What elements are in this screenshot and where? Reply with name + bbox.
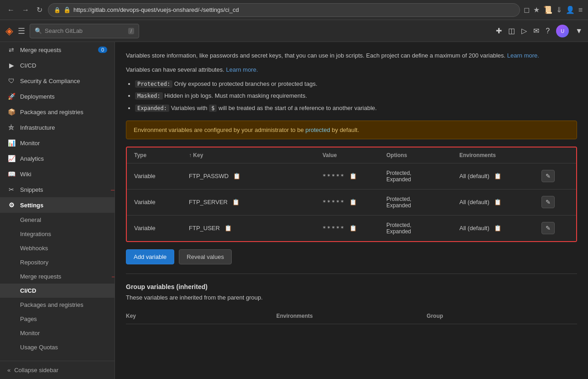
padlock-icon: 🔒 — [63, 6, 71, 13]
row3-copy-env-btn[interactable]: 📋 — [492, 224, 503, 232]
row3-options: Protected,Expanded — [386, 222, 459, 235]
menu-icon[interactable]: ≡ — [578, 6, 583, 14]
sidebar-item-analytics[interactable]: 📈 Analytics — [0, 151, 114, 166]
sub-label: General — [20, 216, 41, 223]
sidebar-item-security[interactable]: 🛡 Security & Compliance — [0, 73, 114, 89]
avatar-dropdown-icon[interactable]: ▼ — [575, 27, 583, 35]
sidebar-sub-packages[interactable]: Packages and registries — [0, 298, 114, 312]
sidebar-sub-integrations[interactable]: Integrations — [0, 227, 114, 241]
sidebar-item-cicd[interactable]: ▶ CI/CD — [0, 58, 114, 73]
variables-table: Type ↑ Key Value Options Environments Va… — [126, 147, 577, 242]
avatar[interactable]: U — [556, 25, 569, 37]
arrow-annotation-1: → — [109, 184, 115, 195]
learn-more-link-1[interactable]: Learn more. — [507, 52, 539, 59]
row2-options: Protected,Expanded — [386, 196, 459, 209]
url-text: https://gitlab.com/devops-quest/vuejs-on… — [73, 6, 239, 13]
address-bar[interactable]: 🔒 🔒 https://gitlab.com/devops-quest/vuej… — [48, 3, 520, 17]
row3-copy-value-btn[interactable]: 📋 — [348, 224, 359, 232]
bullet-protected: Protected: Only exposed to protected bra… — [135, 79, 577, 89]
row1-copy-env-btn[interactable]: 📋 — [492, 172, 503, 180]
row2-env-value: All (default) — [459, 199, 489, 205]
chat-icon[interactable]: ✉ — [533, 26, 539, 35]
collapse-icon: « — [7, 367, 10, 374]
reveal-values-button[interactable]: Reveal values — [179, 249, 232, 264]
sidebar-item-merge-requests[interactable]: ⇄ Merge requests 0 — [0, 42, 114, 58]
info-paragraph-2: Variables can have several attributes. L… — [126, 65, 577, 75]
row2-edit-btn[interactable]: ✎ — [541, 196, 555, 208]
sidebar-sub-repository[interactable]: Repository — [0, 255, 114, 269]
deployments-icon: 🚀 — [7, 93, 16, 100]
sidebar-sub-monitor[interactable]: Monitor — [0, 326, 114, 340]
sidebar-sub-cicd[interactable]: CI/CD — [0, 284, 114, 298]
collapse-sidebar[interactable]: « Collapse sidebar — [0, 361, 114, 379]
browser-actions: ◻ ★ 📜 ⇓ 👤 ≡ — [524, 5, 583, 14]
learn-more-link-2[interactable]: Learn more. — [226, 66, 258, 73]
row2-copy-key-btn[interactable]: 📋 — [230, 198, 241, 206]
sidebar-item-label: CI/CD — [20, 62, 36, 69]
sidebar-item-snippets[interactable]: ✂ Snippets → — [0, 182, 114, 197]
row1-env: All (default) 📋 — [459, 172, 541, 180]
warning-protected-link[interactable]: protected — [305, 126, 330, 133]
row2-copy-env-btn[interactable]: 📋 — [492, 198, 503, 206]
profile-icon[interactable]: 👤 — [566, 5, 575, 14]
add-variable-button[interactable]: Add variable — [126, 249, 174, 264]
row1-copy-value-btn[interactable]: 📋 — [348, 172, 359, 180]
sidebar-sub-webhooks[interactable]: Webhooks — [0, 241, 114, 255]
sidebar-item-packages[interactable]: 📦 Packages and registries — [0, 104, 114, 120]
nav-icons: ✚ ◫ ▷ ✉ ? U ▼ — [496, 25, 583, 37]
row1-edit-btn[interactable]: ✎ — [541, 170, 555, 182]
merge-icon[interactable]: ▷ — [521, 26, 527, 35]
forward-button[interactable]: → — [20, 4, 31, 16]
table-row: Variable FTP_SERVER 📋 ***** 📋 Protected,… — [127, 190, 576, 216]
refresh-button[interactable]: ↻ — [35, 4, 44, 16]
help-icon[interactable]: ? — [546, 27, 550, 35]
merge-requests-icon: ⇄ — [7, 46, 16, 53]
col-key[interactable]: ↑ Key — [189, 152, 323, 158]
row1-options: Protected,Expanded — [386, 170, 459, 183]
col-options: Options — [386, 152, 459, 158]
row1-value-cell: ***** 📋 — [323, 172, 386, 180]
hamburger-menu[interactable]: ☰ — [18, 26, 25, 36]
row3-edit-btn[interactable]: ✎ — [541, 222, 555, 234]
sub-label: Integrations — [20, 231, 51, 237]
row3-copy-key-btn[interactable]: 📋 — [223, 224, 234, 232]
row3-env-value: All (default) — [459, 225, 489, 232]
row3-value-cell: ***** 📋 — [323, 224, 386, 232]
sidebar-item-settings[interactable]: ⚙ Settings — [0, 197, 114, 213]
windows-icon[interactable]: ◫ — [508, 26, 515, 35]
cicd-icon: ▶ — [7, 62, 16, 69]
row2-type: Variable — [134, 199, 189, 205]
browser-bar: ← → ↻ 🔒 🔒 https://gitlab.com/devops-ques… — [0, 0, 588, 20]
back-button[interactable]: ← — [5, 4, 16, 16]
gitlab-logo: ◈ — [5, 25, 13, 37]
row1-env-value: All (default) — [459, 173, 489, 179]
sidebar: ⇄ Merge requests 0 ▶ CI/CD 🛡 Security & … — [0, 42, 115, 379]
info-paragraph-1: Variables store information, like passwo… — [126, 51, 577, 61]
row2-copy-value-btn[interactable]: 📋 — [348, 198, 359, 206]
sidebar-item-deployments[interactable]: 🚀 Deployments — [0, 89, 114, 104]
row2-actions: ✎ — [541, 196, 569, 208]
plus-icon[interactable]: ✚ — [496, 26, 502, 35]
packages-icon: 📦 — [7, 108, 16, 116]
analytics-icon: 📈 — [7, 155, 16, 162]
row1-type: Variable — [134, 173, 189, 179]
pocket-icon[interactable]: 📜 — [543, 5, 552, 14]
bookmark-icon[interactable]: ★ — [533, 5, 540, 14]
sidebar-sub-general[interactable]: General — [0, 213, 114, 227]
download-icon[interactable]: ⇓ — [556, 5, 562, 14]
arrow-annotation-2: → — [110, 271, 115, 282]
search-bar[interactable]: 🔍 Search GitLab / — [30, 24, 139, 38]
row2-key-cell: FTP_SERVER 📋 — [189, 198, 323, 206]
sidebar-item-infrastructure[interactable]: ⛤ Infrastructure — [0, 120, 114, 135]
sub-label: Monitor — [20, 330, 40, 337]
sidebar-item-monitor[interactable]: 📊 Monitor — [0, 135, 114, 151]
sidebar-sub-usagequotas[interactable]: Usage Quotas — [0, 340, 114, 354]
sidebar-sub-pages[interactable]: Pages — [0, 312, 114, 326]
row1-copy-key-btn[interactable]: 📋 — [231, 172, 242, 180]
settings-icon: ⚙ — [7, 201, 16, 209]
sidebar-item-wiki[interactable]: 📖 Wiki — [0, 166, 114, 182]
sub-label: CI/CD — [20, 287, 36, 294]
extensions-icon[interactable]: ◻ — [524, 5, 530, 14]
row3-key: FTP_USER — [189, 225, 220, 232]
sidebar-sub-mergerequests[interactable]: Merge requests → — [0, 269, 114, 284]
